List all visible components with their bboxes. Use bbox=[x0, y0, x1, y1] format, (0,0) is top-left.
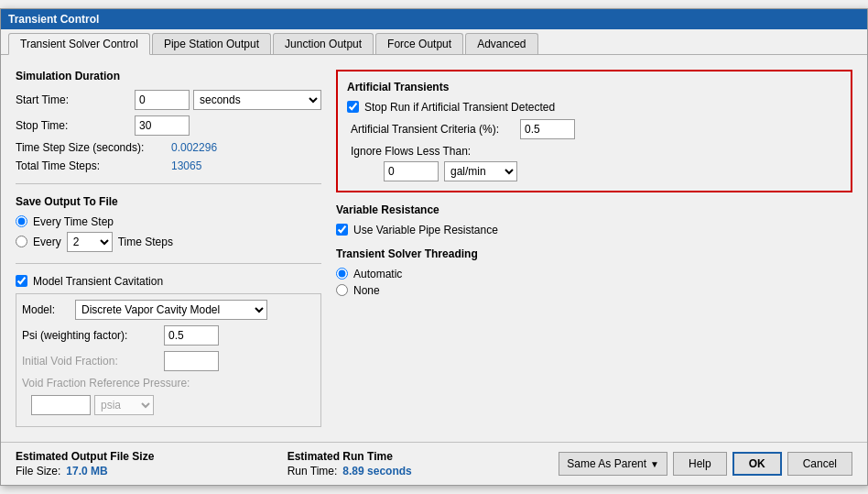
use-variable-label: Use Variable Pipe Resistance bbox=[353, 224, 498, 236]
tab-junction-output[interactable]: Junction Output bbox=[273, 33, 374, 54]
content-area: Simulation Duration Start Time: seconds … bbox=[1, 55, 867, 442]
none-row: None bbox=[336, 284, 852, 297]
same-as-parent-button[interactable]: Same As Parent ▼ bbox=[559, 452, 667, 476]
threading-title: Transient Solver Threading bbox=[336, 247, 852, 260]
void-fraction-row: Initial Void Fraction: bbox=[22, 351, 315, 371]
none-label: None bbox=[353, 284, 380, 297]
tab-pipe-station-output[interactable]: Pipe Station Output bbox=[152, 33, 271, 54]
automatic-label: Automatic bbox=[353, 268, 402, 280]
cancel-button[interactable]: Cancel bbox=[787, 452, 852, 476]
variable-resistance-section: Variable Resistance Use Variable Pipe Re… bbox=[336, 203, 852, 236]
variable-resistance-title: Variable Resistance bbox=[336, 203, 852, 216]
model-section: Model: Discrete Vapor Cavity Model Psi (… bbox=[16, 293, 321, 427]
start-time-row: Start Time: seconds bbox=[16, 90, 321, 110]
tab-advanced[interactable]: Advanced bbox=[465, 33, 537, 54]
run-time-row: Run Time: 8.89 seconds bbox=[288, 465, 559, 478]
run-time-value: 8.89 seconds bbox=[342, 465, 411, 478]
time-step-label: Time Step Size (seconds): bbox=[16, 141, 171, 154]
void-fraction-input[interactable] bbox=[164, 351, 219, 371]
tab-transient-solver-control[interactable]: Transient Solver Control bbox=[8, 33, 150, 55]
stop-run-label: Stop Run if Artificial Transient Detecte… bbox=[364, 101, 555, 114]
ignore-unit-select[interactable]: gal/min bbox=[444, 161, 517, 181]
psi-row: Psi (weighting factor): bbox=[22, 325, 315, 346]
every-time-step-row: Every Time Step bbox=[16, 215, 321, 228]
left-panel: Simulation Duration Start Time: seconds … bbox=[16, 70, 321, 427]
model-select[interactable]: Discrete Vapor Cavity Model bbox=[75, 300, 267, 320]
model-transient-checkbox[interactable] bbox=[16, 275, 27, 287]
output-size-section: Estimated Output File Size File Size: 17… bbox=[16, 450, 288, 478]
bottom-bar: Estimated Output File Size File Size: 17… bbox=[1, 442, 867, 485]
void-ref-unit-select[interactable]: psia bbox=[94, 395, 154, 415]
stop-time-row: Stop Time: bbox=[16, 115, 321, 136]
every-label: Every bbox=[33, 236, 61, 248]
start-time-label: Start Time: bbox=[16, 93, 135, 106]
right-panel: Artificial Transients Stop Run if Artifi… bbox=[336, 70, 852, 427]
use-variable-checkbox[interactable] bbox=[336, 224, 348, 236]
button-group: Same As Parent ▼ Help OK Cancel bbox=[559, 452, 852, 476]
automatic-row: Automatic bbox=[336, 268, 852, 280]
void-ref-row: Void Fraction Reference Pressure: bbox=[22, 377, 315, 390]
artificial-transients-title: Artificial Transients bbox=[347, 81, 841, 93]
main-window: Transient Control Transient Solver Contr… bbox=[0, 8, 868, 486]
every-n-steps-radio[interactable] bbox=[16, 236, 27, 247]
run-time-label: Run Time: bbox=[288, 465, 338, 478]
model-select-row: Model: Discrete Vapor Cavity Model bbox=[22, 300, 315, 320]
ignore-label-row: Ignore Flows Less Than: bbox=[351, 145, 841, 158]
time-step-value: 0.002296 bbox=[171, 141, 217, 154]
file-size-label: File Size: bbox=[16, 465, 60, 478]
every-steps-select[interactable]: 2 bbox=[67, 232, 113, 252]
save-output-title: Save Output To File bbox=[16, 195, 321, 208]
ignore-flows-label: Ignore Flows Less Than: bbox=[351, 145, 471, 158]
ignore-input-row: gal/min bbox=[384, 161, 841, 181]
every-n-steps-row: Every 2 Time Steps bbox=[16, 232, 321, 252]
criteria-input[interactable] bbox=[520, 119, 575, 139]
simulation-duration-title: Simulation Duration bbox=[16, 70, 321, 82]
stop-time-input[interactable] bbox=[135, 115, 190, 136]
run-time-title: Estimated Run Time bbox=[288, 450, 559, 463]
help-button[interactable]: Help bbox=[673, 452, 727, 476]
psi-label: Psi (weighting factor): bbox=[22, 329, 164, 342]
stop-time-label: Stop Time: bbox=[16, 119, 135, 132]
void-fraction-label: Initial Void Fraction: bbox=[22, 355, 164, 368]
stop-run-checkbox[interactable] bbox=[347, 101, 359, 113]
automatic-radio[interactable] bbox=[336, 268, 348, 280]
start-time-unit-select[interactable]: seconds bbox=[193, 90, 321, 110]
artificial-transients-box: Artificial Transients Stop Run if Artifi… bbox=[336, 70, 852, 192]
file-size-row: File Size: 17.0 MB bbox=[16, 465, 288, 478]
void-ref-label: Void Fraction Reference Pressure: bbox=[22, 377, 190, 390]
ignore-value-input[interactable] bbox=[384, 161, 439, 181]
window-title: Transient Control bbox=[8, 13, 99, 26]
output-size-title: Estimated Output File Size bbox=[16, 450, 288, 463]
use-variable-row: Use Variable Pipe Resistance bbox=[336, 224, 852, 236]
file-size-value: 17.0 MB bbox=[66, 465, 107, 478]
ok-button[interactable]: OK bbox=[732, 452, 782, 476]
stop-run-row: Stop Run if Artificial Transient Detecte… bbox=[347, 101, 841, 114]
none-radio[interactable] bbox=[336, 284, 348, 296]
total-steps-label: Total Time Steps: bbox=[16, 159, 171, 172]
dropdown-arrow-icon: ▼ bbox=[650, 459, 659, 469]
criteria-label: Artificial Transient Criteria (%): bbox=[351, 123, 520, 136]
total-steps-row: Total Time Steps: 13065 bbox=[16, 159, 321, 172]
tab-bar: Transient Solver Control Pipe Station Ou… bbox=[1, 29, 867, 55]
psi-input[interactable] bbox=[164, 325, 219, 346]
main-layout: Simulation Duration Start Time: seconds … bbox=[16, 70, 852, 427]
model-label: Model: bbox=[22, 303, 68, 316]
time-steps-label: Time Steps bbox=[118, 236, 173, 248]
time-step-row: Time Step Size (seconds): 0.002296 bbox=[16, 141, 321, 154]
tab-force-output[interactable]: Force Output bbox=[375, 33, 463, 54]
model-transient-label: Model Transient Cavitation bbox=[33, 275, 163, 288]
void-ref-input[interactable] bbox=[31, 395, 91, 415]
void-ref-input-row: psia bbox=[22, 395, 315, 415]
same-as-parent-label: Same As Parent bbox=[567, 457, 646, 470]
title-bar: Transient Control bbox=[1, 9, 867, 29]
start-time-input[interactable] bbox=[135, 90, 190, 110]
model-transient-row: Model Transient Cavitation bbox=[16, 275, 321, 288]
every-time-step-radio[interactable] bbox=[16, 215, 27, 227]
total-steps-value: 13065 bbox=[171, 159, 201, 172]
threading-section: Transient Solver Threading Automatic Non… bbox=[336, 247, 852, 297]
criteria-row: Artificial Transient Criteria (%): bbox=[351, 119, 841, 139]
run-time-section: Estimated Run Time Run Time: 8.89 second… bbox=[288, 450, 559, 478]
every-time-step-label: Every Time Step bbox=[33, 215, 114, 228]
